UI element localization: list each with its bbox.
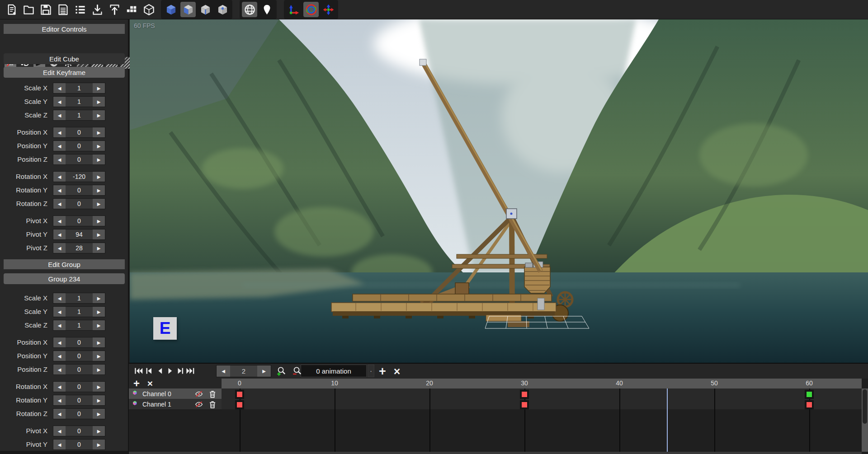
keyframe-ch1-f30[interactable] <box>520 400 529 409</box>
animation-dropdown-button[interactable]: · <box>368 365 374 377</box>
timeline-track-area[interactable] <box>222 388 862 409</box>
delete-channel-button[interactable]: × <box>145 379 155 388</box>
edit-group-header[interactable]: Edit Group <box>4 259 125 269</box>
rotation-y-decrement-button[interactable]: ◀ <box>53 395 66 405</box>
position-y-value[interactable]: 0 <box>66 141 93 151</box>
next-keyframe-button[interactable] <box>175 365 186 377</box>
rotation-y-value[interactable]: 0 <box>66 395 93 405</box>
delete-animation-button[interactable]: × <box>391 364 403 379</box>
scale-x-increment-button[interactable]: ▶ <box>93 83 105 93</box>
frame-decrement-button[interactable]: ◀ <box>217 365 230 377</box>
position-x-value[interactable]: 0 <box>66 127 93 137</box>
scale-x-increment-button[interactable]: ▶ <box>93 293 105 303</box>
position-z-value[interactable]: 0 <box>66 365 93 374</box>
position-x-decrement-button[interactable]: ◀ <box>53 127 66 137</box>
translate-gizmo-button[interactable] <box>286 2 302 17</box>
move-all-gizmo-button[interactable] <box>321 2 336 17</box>
export-upload-button[interactable] <box>107 2 122 17</box>
rotation-x-decrement-button[interactable]: ◀ <box>53 382 66 392</box>
scale-z-increment-button[interactable]: ▶ <box>93 320 105 330</box>
cube-wireframe-button[interactable] <box>141 2 156 17</box>
keyframe-ch0-f30[interactable] <box>520 390 529 399</box>
pivot-x-increment-button[interactable]: ▶ <box>93 216 105 226</box>
position-z-decrement-button[interactable]: ◀ <box>53 365 66 374</box>
previous-keyframe-button[interactable] <box>144 365 155 377</box>
save-as-file-button[interactable] <box>55 2 71 17</box>
pivot-z-value[interactable]: 28 <box>66 243 93 253</box>
position-y-increment-button[interactable]: ▶ <box>93 351 105 361</box>
scale-y-value[interactable]: 1 <box>66 307 93 317</box>
scale-y-value[interactable]: 1 <box>66 97 93 107</box>
rotation-y-increment-button[interactable]: ▶ <box>93 395 105 405</box>
scale-y-increment-button[interactable]: ▶ <box>93 307 105 317</box>
playhead[interactable] <box>667 388 668 452</box>
project-list-button[interactable] <box>72 2 88 17</box>
timeline-ruler[interactable]: 0102030405060 <box>222 379 862 388</box>
keyframe-ch1-f0[interactable] <box>235 400 244 409</box>
eye-hidden-icon[interactable] <box>194 389 204 398</box>
scale-y-increment-button[interactable]: ▶ <box>93 97 105 107</box>
channel-row-0[interactable]: Channel 0 <box>129 388 222 399</box>
zoom-out-button[interactable] <box>290 365 304 377</box>
import-download-button[interactable] <box>90 2 105 17</box>
edit-cube-button[interactable]: Edit Cube <box>4 53 125 64</box>
scale-z-increment-button[interactable]: ▶ <box>93 110 105 120</box>
pivot-x-value[interactable]: 0 <box>66 426 93 436</box>
vertical-scrollbar-thumb[interactable] <box>863 389 867 424</box>
horizontal-scrollbar[interactable] <box>129 452 862 454</box>
rotation-z-value[interactable]: 0 <box>66 409 93 419</box>
position-y-increment-button[interactable]: ▶ <box>93 141 105 151</box>
pivot-y-increment-button[interactable]: ▶ <box>93 229 105 239</box>
zoom-in-button[interactable] <box>274 365 288 377</box>
keyframe-ch0-f0[interactable] <box>235 390 244 399</box>
rotation-z-increment-button[interactable]: ▶ <box>93 199 105 209</box>
rotation-x-value[interactable]: -120 <box>66 172 93 182</box>
vertical-scrollbar[interactable] <box>862 388 868 452</box>
pivot-x-decrement-button[interactable]: ◀ <box>53 426 66 436</box>
scale-z-decrement-button[interactable]: ◀ <box>53 320 66 330</box>
rotation-y-decrement-button[interactable]: ◀ <box>53 185 66 195</box>
pivot-y-value[interactable]: 94 <box>66 229 93 239</box>
scale-y-decrement-button[interactable]: ◀ <box>53 97 66 107</box>
pivot-z-increment-button[interactable]: ▶ <box>93 243 105 253</box>
rotation-z-increment-button[interactable]: ▶ <box>93 409 105 419</box>
rotation-z-value[interactable]: 0 <box>66 199 93 209</box>
scale-z-value[interactable]: 1 <box>66 320 93 330</box>
cube-solid-button[interactable] <box>163 2 179 17</box>
edit-keyframe-button[interactable]: Edit Keyframe <box>4 67 125 78</box>
location-pin-button[interactable] <box>259 2 274 17</box>
position-x-value[interactable]: 0 <box>66 337 93 347</box>
group-234-button[interactable]: Group 234 <box>4 273 125 284</box>
scale-z-value[interactable]: 1 <box>66 110 93 120</box>
previous-frame-button[interactable] <box>155 365 166 377</box>
position-x-increment-button[interactable]: ▶ <box>93 127 105 137</box>
pivot-y-decrement-button[interactable]: ◀ <box>53 440 66 449</box>
rotation-x-value[interactable]: 0 <box>66 382 93 392</box>
position-z-decrement-button[interactable]: ◀ <box>53 154 66 164</box>
scale-x-decrement-button[interactable]: ◀ <box>53 293 66 303</box>
rotation-x-decrement-button[interactable]: ◀ <box>53 172 66 182</box>
pivot-y-decrement-button[interactable]: ◀ <box>53 229 66 239</box>
add-channel-button[interactable]: + <box>132 379 142 388</box>
rotation-x-increment-button[interactable]: ▶ <box>93 382 105 392</box>
save-file-button[interactable] <box>38 2 53 17</box>
pivot-x-decrement-button[interactable]: ◀ <box>53 216 66 226</box>
cube-vertex-select-button[interactable] <box>215 2 230 17</box>
trash-icon[interactable] <box>208 400 218 409</box>
pivot-z-decrement-button[interactable]: ◀ <box>53 243 66 253</box>
pivot-x-increment-button[interactable]: ▶ <box>93 426 105 436</box>
pivot-y-value[interactable]: 0 <box>66 440 93 449</box>
current-frame-value[interactable]: 2 <box>230 365 257 377</box>
scale-x-decrement-button[interactable]: ◀ <box>53 83 66 93</box>
trash-icon[interactable] <box>208 389 218 398</box>
position-z-value[interactable]: 0 <box>66 154 93 164</box>
eye-hidden-icon[interactable] <box>194 400 204 409</box>
position-y-value[interactable]: 0 <box>66 351 93 361</box>
jump-end-button[interactable] <box>185 365 196 377</box>
rotation-z-decrement-button[interactable]: ◀ <box>53 199 66 209</box>
rotation-x-increment-button[interactable]: ▶ <box>93 172 105 182</box>
position-z-increment-button[interactable]: ▶ <box>93 154 105 164</box>
position-x-increment-button[interactable]: ▶ <box>93 337 105 347</box>
scale-y-decrement-button[interactable]: ◀ <box>53 307 66 317</box>
scale-x-value[interactable]: 1 <box>66 293 93 303</box>
